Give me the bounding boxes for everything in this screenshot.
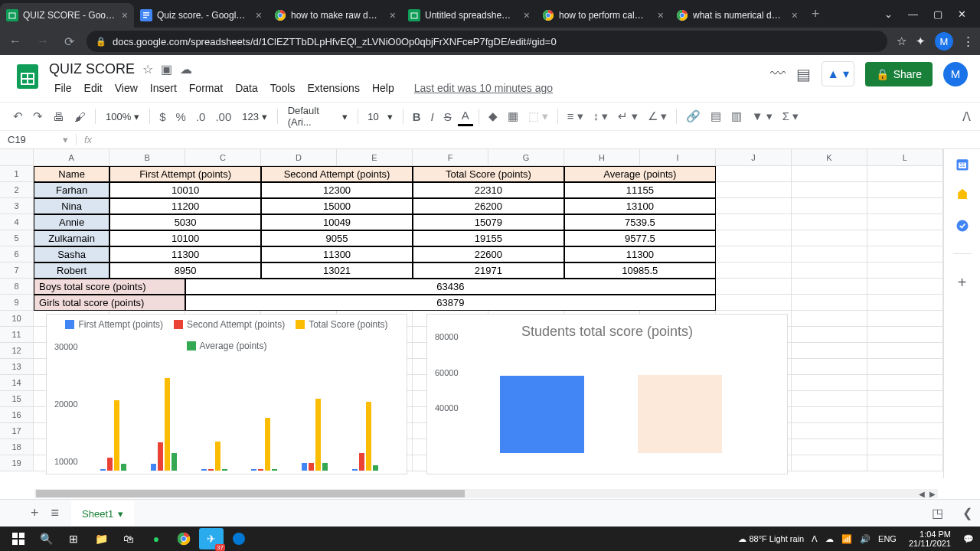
cell[interactable] [716, 198, 792, 214]
cell[interactable] [867, 423, 943, 439]
cloud-sync-icon[interactable]: ☁ [825, 534, 834, 544]
menu-extensions[interactable]: Extensions [302, 79, 364, 97]
user-avatar[interactable]: M [943, 62, 968, 86]
cell-total-value[interactable]: 63436 [185, 279, 716, 295]
keep-icon[interactable] [955, 187, 970, 203]
document-title[interactable]: QUIZ SCORE [49, 61, 135, 77]
row-header[interactable]: 15 [0, 391, 34, 407]
cell[interactable] [792, 230, 867, 246]
row-header[interactable]: 5 [0, 230, 34, 246]
cell[interactable]: 9577.5 [564, 230, 716, 246]
cell[interactable]: 12300 [261, 182, 413, 198]
cell[interactable]: 22310 [413, 182, 564, 198]
font-select[interactable]: Default (Ari... ▾ [283, 102, 352, 131]
cell[interactable] [792, 166, 867, 182]
notifications-icon[interactable]: 💬 [963, 534, 974, 544]
cell[interactable] [792, 295, 867, 311]
column-header[interactable]: D [261, 149, 337, 165]
font-size-select[interactable]: 10 ▾ [364, 108, 397, 126]
sheets-logo[interactable] [12, 61, 43, 92]
text-color-button[interactable]: A [458, 106, 473, 126]
cell-total-label[interactable]: Boys total score (points) [34, 279, 185, 295]
add-icon[interactable]: + [955, 274, 970, 289]
cell[interactable] [867, 359, 943, 375]
column-header[interactable]: J [716, 149, 792, 165]
cell[interactable] [867, 230, 943, 246]
extensions-icon[interactable]: ✦ [916, 34, 926, 48]
row-header[interactable]: 2 [0, 182, 34, 198]
forward-button[interactable]: → [34, 34, 52, 48]
cell[interactable] [792, 327, 867, 343]
cell[interactable]: 7539.5 [564, 214, 716, 230]
borders-button[interactable]: ▦ [504, 106, 522, 126]
edge-icon[interactable] [227, 528, 251, 549]
cell[interactable] [792, 391, 867, 407]
address-bar[interactable]: 🔒 docs.google.com/spreadsheets/d/1ClEZTT… [87, 31, 887, 52]
cell[interactable] [792, 198, 867, 214]
cell-name[interactable]: Nina [34, 198, 109, 214]
cell-total-value[interactable]: 63879 [185, 295, 716, 311]
column-header[interactable]: A [34, 149, 109, 165]
back-button[interactable]: ← [6, 34, 24, 48]
tab-close-icon[interactable]: × [390, 9, 396, 21]
cell[interactable]: 15079 [413, 214, 564, 230]
table-header-cell[interactable]: Second Attempt (points) [261, 166, 413, 182]
comments-icon[interactable]: ▤ [796, 65, 811, 83]
cell[interactable]: 21971 [413, 262, 564, 279]
store-icon[interactable]: 🛍 [116, 528, 141, 549]
activity-icon[interactable]: 〰 [770, 65, 786, 83]
telegram-icon[interactable]: ✈37 [199, 528, 224, 549]
zoom-select[interactable]: 100% ▾ [101, 108, 144, 126]
print-button[interactable]: 🖶 [49, 107, 68, 126]
profile-avatar[interactable]: M [935, 32, 953, 51]
horizontal-scrollbar[interactable]: ◀ ▶ [34, 489, 938, 498]
reload-button[interactable]: ⟳ [61, 34, 77, 49]
cell[interactable] [716, 246, 792, 262]
cell[interactable] [867, 311, 943, 327]
cell[interactable] [792, 343, 867, 359]
browser-tab[interactable]: Quiz score. - Googl… × [134, 3, 268, 28]
tab-close-icon[interactable]: × [524, 9, 530, 21]
chrome-icon[interactable] [172, 528, 196, 549]
tab-close-icon[interactable]: × [256, 9, 262, 21]
rotate-button[interactable]: ∠ ▾ [644, 106, 671, 126]
start-button[interactable] [6, 528, 31, 549]
comment-button[interactable]: ▤ [707, 106, 725, 126]
row-header[interactable]: 9 [0, 295, 34, 311]
table-header-cell[interactable]: First Attempt (points) [109, 166, 261, 182]
cell[interactable]: 9055 [261, 230, 413, 246]
cell[interactable] [867, 246, 943, 262]
menu-data[interactable]: Data [230, 79, 263, 97]
menu-insert[interactable]: Insert [145, 79, 182, 97]
cloud-icon[interactable]: ☁ [180, 62, 192, 77]
calendar-icon[interactable]: 31 [955, 157, 970, 172]
cell[interactable] [867, 439, 943, 455]
decrease-decimal-button[interactable]: .0 [192, 107, 210, 126]
cell[interactable]: 5030 [109, 214, 261, 230]
table-header-cell[interactable]: Total Score (points) [413, 166, 564, 182]
cell[interactable] [792, 311, 867, 327]
bookmark-icon[interactable]: ☆ [897, 34, 906, 48]
cell[interactable] [867, 279, 943, 295]
tray-chevron-icon[interactable]: ᐱ [812, 534, 818, 544]
cell[interactable] [867, 182, 943, 198]
cell[interactable]: 11155 [564, 182, 716, 198]
cell[interactable]: 11200 [109, 198, 261, 214]
cell[interactable] [792, 423, 867, 439]
row-header[interactable]: 1 [0, 166, 34, 182]
cell[interactable] [867, 166, 943, 182]
cell[interactable]: 10100 [109, 230, 261, 246]
increase-decimal-button[interactable]: .00 [211, 107, 235, 126]
strike-button[interactable]: S [440, 107, 456, 126]
column-header[interactable]: C [185, 149, 261, 165]
cell[interactable] [867, 198, 943, 214]
row-header[interactable]: 14 [0, 375, 34, 391]
row-header[interactable]: 19 [0, 455, 34, 471]
cell-name[interactable]: Sasha [34, 246, 109, 262]
star-icon[interactable]: ☆ [142, 62, 153, 77]
row-header[interactable]: 8 [0, 279, 34, 295]
italic-button[interactable]: I [426, 107, 437, 126]
cell[interactable] [792, 279, 867, 295]
cell[interactable] [792, 182, 867, 198]
tab-close-icon[interactable]: × [658, 9, 664, 21]
